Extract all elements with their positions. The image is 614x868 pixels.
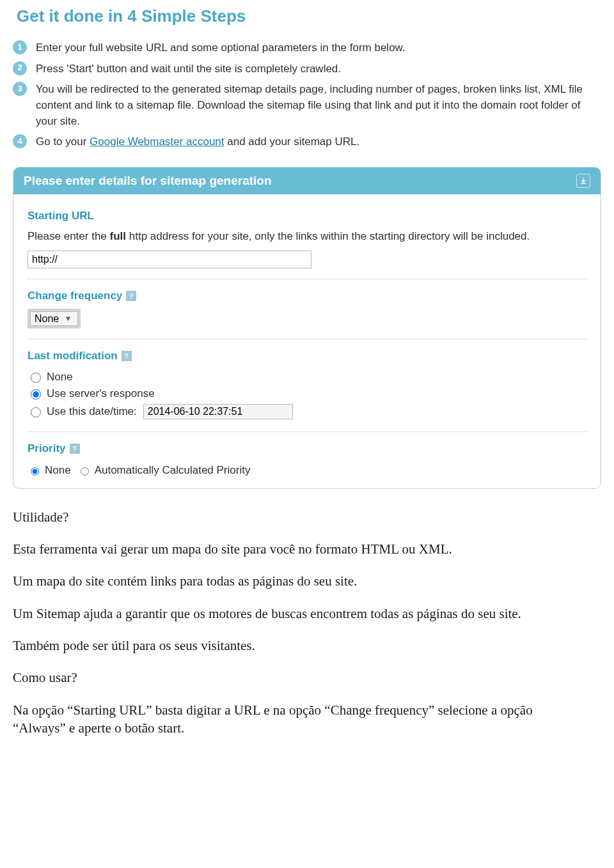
article-body: Utilidade? Esta ferramenta vai gerar um … (13, 508, 601, 771)
divider (28, 431, 586, 432)
starting-url-desc-suffix: http address for your site, only the lin… (126, 230, 530, 242)
step-4: 4 Go to your Google Webmaster account an… (13, 132, 601, 153)
step-4-prefix: Go to your (36, 136, 90, 148)
lastmod-none-label: None (47, 371, 73, 384)
step-2: 2Press 'Start' button and wait until the… (13, 59, 601, 80)
article-p4: Um Sitemap ajuda a garantir que os motor… (13, 605, 588, 623)
sitemap-form-panel: Please enter details for sitemap generat… (13, 167, 601, 489)
divider (28, 339, 586, 339)
lastmod-radio-server[interactable] (31, 389, 41, 399)
article-p7: Na opção “Starting URL” basta digitar a … (13, 701, 588, 738)
help-icon[interactable]: ? (126, 291, 136, 301)
priority-none-label: None (45, 464, 71, 477)
step-number-1: 1 (13, 40, 27, 54)
lastmod-radio-date[interactable] (31, 407, 41, 417)
lastmod-server-label: Use server's response (47, 387, 155, 400)
starting-url-desc-bold: full (110, 230, 127, 242)
priority-auto-option[interactable]: Automatically Calculated Priority (77, 464, 251, 477)
step-number-3: 3 (13, 82, 27, 96)
step-3: 3You will be redirected to the generated… (13, 79, 601, 132)
article-p1: Utilidade? (13, 508, 588, 526)
article-p6: Como usar? (13, 669, 588, 686)
article-p2: Esta ferramenta vai gerar um mapa do sit… (13, 540, 588, 558)
last-modification-label-text: Last modification (28, 350, 118, 362)
starting-url-label: Starting URL (28, 210, 586, 222)
lastmod-date-label: Use this date/time: (47, 405, 137, 418)
divider (28, 279, 586, 279)
panel-header: Please enter details for sitemap generat… (13, 167, 601, 194)
starting-url-label-text: Starting URL (28, 210, 94, 222)
help-icon[interactable]: ? (70, 444, 80, 454)
step-4-suffix: and add your sitemap URL. (224, 136, 360, 148)
steps-list: 1Enter your full website URL and some op… (13, 38, 601, 153)
priority-radio-none[interactable] (31, 467, 39, 476)
article-p5: Também pode ser útil para os seus visita… (13, 637, 588, 655)
step-number-4: 4 (13, 134, 27, 148)
article-p3: Um mapa do site contém links para todas … (13, 572, 588, 590)
step-3-text: You will be redirected to the generated … (36, 83, 583, 127)
google-webmaster-link[interactable]: Google Webmaster account (90, 136, 224, 148)
download-icon[interactable] (576, 174, 590, 188)
priority-label-text: Priority (28, 442, 66, 455)
starting-url-desc: Please enter the full http address for y… (28, 229, 586, 244)
step-number-2: 2 (13, 61, 27, 75)
lastmod-radio-none[interactable] (31, 373, 41, 383)
change-frequency-label-text: Change frequency (28, 290, 122, 302)
change-frequency-label: Change frequency ? (28, 290, 586, 302)
step-2-text: Press 'Start' button and wait until the … (36, 63, 341, 75)
help-icon[interactable]: ? (122, 351, 132, 361)
priority-label: Priority ? (28, 442, 586, 455)
lastmod-date-input[interactable] (143, 404, 293, 419)
panel-title: Please enter details for sitemap generat… (24, 174, 272, 188)
priority-radio-auto[interactable] (81, 467, 89, 476)
step-1-text: Enter your full website URL and some opt… (36, 42, 405, 54)
starting-url-desc-prefix: Please enter the (28, 230, 110, 242)
priority-auto-label: Automatically Calculated Priority (95, 464, 251, 477)
step-1: 1Enter your full website URL and some op… (13, 38, 601, 59)
change-frequency-select[interactable]: None (30, 311, 78, 326)
priority-none-option[interactable]: None (28, 464, 71, 477)
starting-url-input[interactable] (28, 251, 311, 268)
page-title: Get it done in 4 Simple Steps (17, 6, 601, 26)
last-modification-label: Last modification ? (28, 350, 586, 362)
